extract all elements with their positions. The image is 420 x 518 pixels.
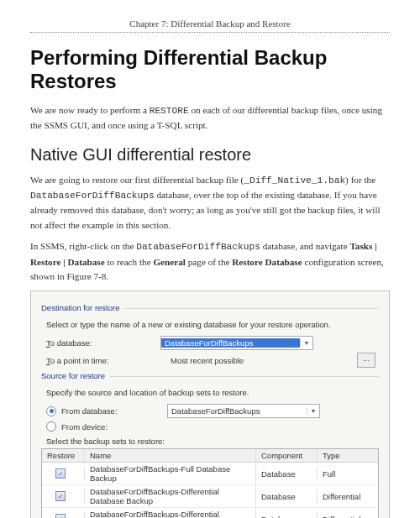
point-in-time-value: Most recent possible bbox=[160, 356, 244, 365]
dropdown-icon[interactable]: ▼ bbox=[300, 340, 312, 346]
destination-hint: Select or type the name of a new or exis… bbox=[46, 320, 379, 329]
col-component[interactable]: Component bbox=[256, 449, 318, 462]
cell-name: DatabaseForDiffBackups-Differential Data… bbox=[85, 485, 256, 507]
restore-checkbox[interactable]: ✓ bbox=[55, 514, 66, 518]
from-device-row: From device: bbox=[46, 421, 379, 432]
text: database, and navigate bbox=[260, 241, 350, 251]
from-database-combo[interactable]: DatabaseForDiffBackups ▼ bbox=[167, 404, 320, 418]
point-in-time-row: To a point in time: Most recent possible… bbox=[46, 353, 379, 368]
dropdown-icon[interactable]: ▼ bbox=[307, 408, 319, 414]
cell-type: Full bbox=[318, 468, 378, 480]
from-database-value: DatabaseForDiffBackups bbox=[168, 406, 307, 416]
to-database-value: DatabaseForDiffBackups bbox=[161, 338, 300, 348]
text: We are now ready to perform a bbox=[30, 105, 150, 115]
paragraph-3: In SSMS, right-click on the DatabaseForD… bbox=[30, 239, 390, 284]
col-name[interactable]: Name bbox=[85, 449, 256, 462]
to-database-label: To database: bbox=[46, 338, 155, 348]
code-filename: _Diff_Native_1.bak bbox=[244, 175, 345, 186]
table-row[interactable]: ✓ DatabaseForDiffBackups-Differential Da… bbox=[42, 485, 378, 508]
text: page of the bbox=[186, 257, 232, 267]
backup-sets-grid: Restore Name Component Type ✓ DatabaseFo… bbox=[41, 448, 379, 518]
text: to reach the bbox=[105, 257, 154, 267]
page: Chapter 7: Differential Backup and Resto… bbox=[0, 0, 420, 518]
destination-group: Destination for restore Select or type t… bbox=[41, 308, 379, 368]
from-device-radio[interactable] bbox=[46, 421, 56, 432]
source-group-label: Source for restore bbox=[41, 371, 110, 380]
restore-checkbox[interactable]: ✓ bbox=[55, 468, 66, 479]
table-row[interactable]: ✓ DatabaseForDiffBackups-Full Database B… bbox=[42, 463, 378, 485]
cell-type: Differential bbox=[318, 513, 378, 518]
to-database-row: To database: DatabaseForDiffBackups ▼ bbox=[46, 336, 379, 350]
from-database-radio[interactable] bbox=[46, 406, 56, 416]
destination-group-label: Destination for restore bbox=[41, 303, 124, 312]
cell-component: Database bbox=[256, 490, 318, 503]
text: In SSMS, right-click on the bbox=[30, 241, 136, 251]
table-row[interactable]: ✓ DatabaseForDiffBackups-Differential Da… bbox=[42, 508, 378, 518]
heading-sub: Native GUI differential restore bbox=[30, 145, 390, 165]
page-name: General bbox=[153, 257, 186, 267]
cell-component: Database bbox=[256, 513, 318, 518]
point-in-time-browse-button[interactable]: ... bbox=[357, 353, 375, 368]
cell-component: Database bbox=[256, 468, 318, 480]
select-sets-label: Select the backup sets to restore: bbox=[46, 437, 379, 446]
grid-header: Restore Name Component Type bbox=[42, 449, 378, 463]
point-in-time-label: To a point in time: bbox=[46, 356, 155, 365]
text: We are going to restore our first differ… bbox=[30, 175, 244, 185]
restore-checkbox[interactable]: ✓ bbox=[55, 491, 66, 501]
code-dbname: DatabaseForDiffBackups bbox=[30, 191, 155, 201]
heading-main: Performing Differential Backup Restores bbox=[30, 46, 390, 93]
chapter-header: Chapter 7: Differential Backup and Resto… bbox=[30, 18, 390, 33]
text: ) for the bbox=[345, 175, 375, 185]
paragraph-1: We are now ready to perform a RESTORE on… bbox=[30, 103, 390, 133]
col-restore[interactable]: Restore bbox=[42, 449, 85, 462]
col-type[interactable]: Type bbox=[318, 449, 378, 462]
source-group: Source for restore Specify the source an… bbox=[41, 376, 379, 518]
paragraph-2: We are going to restore our first differ… bbox=[30, 173, 390, 233]
dialog-name: Restore Database bbox=[232, 257, 302, 267]
source-hint: Specify the source and location of backu… bbox=[46, 388, 379, 397]
from-database-row: From database: DatabaseForDiffBackups ▼ bbox=[46, 404, 379, 418]
from-database-label: From database: bbox=[61, 406, 162, 416]
to-database-combo[interactable]: DatabaseForDiffBackups ▼ bbox=[160, 336, 313, 350]
from-device-label: From device: bbox=[61, 422, 162, 432]
code-dbname: DatabaseForDiffBackups bbox=[136, 242, 260, 252]
restore-dialog-screenshot: Destination for restore Select or type t… bbox=[30, 290, 390, 518]
cell-type: Differential bbox=[318, 490, 378, 503]
cell-name: DatabaseForDiffBackups-Differential Data… bbox=[85, 508, 256, 518]
cell-name: DatabaseForDiffBackups-Full Database Bac… bbox=[85, 463, 256, 484]
code-restore: RESTORE bbox=[150, 106, 189, 116]
